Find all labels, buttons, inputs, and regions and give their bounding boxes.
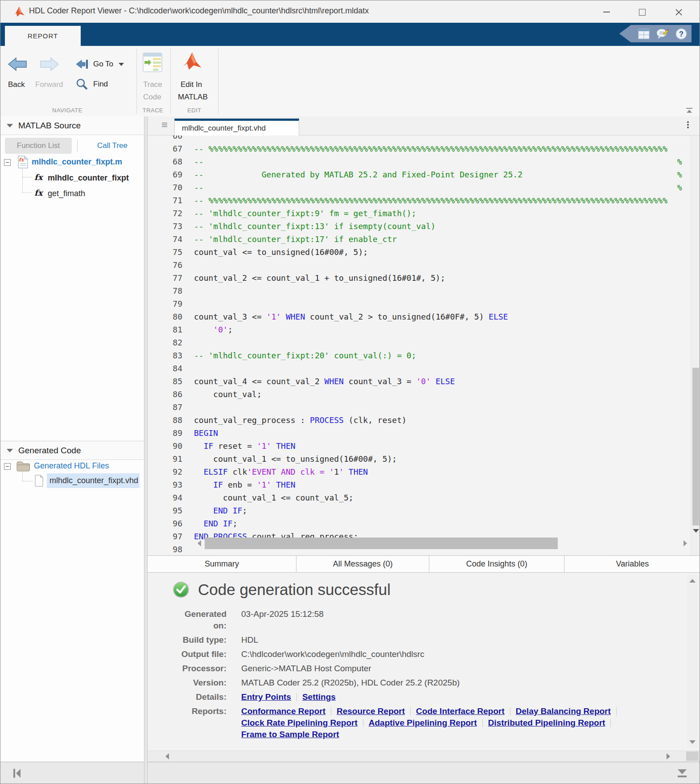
toolbar-separator (218, 49, 218, 114)
svg-text:fx: fx (19, 157, 25, 163)
tree-item-generated-hdl-files[interactable]: Generated HDL Files (34, 461, 109, 471)
collapse-toolstrip-icon (685, 107, 693, 114)
link-separator (482, 719, 483, 727)
tab-code-insights[interactable]: Code Insights (0) (429, 556, 564, 572)
ribbon-tab-report[interactable]: REPORT (5, 26, 81, 46)
code-horizontal-scrollbar[interactable] (148, 538, 691, 555)
scroll-right-icon[interactable] (667, 753, 670, 759)
toolbar-separator (170, 49, 171, 114)
code-vscroll-thumb[interactable] (692, 368, 699, 525)
generated-code-header[interactable]: Generated Code (0, 441, 144, 460)
summary-panel: Code generation successful Generated on:… (148, 573, 700, 751)
goto-label: Go To (93, 60, 113, 69)
tree-connector (22, 481, 33, 481)
section-navigate: NAVIGATE (27, 107, 107, 114)
panel-splitter[interactable] (144, 116, 148, 784)
file-icon (34, 475, 44, 487)
hdl-coder-report-viewer-window: HDL Coder Report Viewer - C:\hdlcoder\wo… (0, 0, 700, 784)
scroll-down-icon[interactable] (693, 529, 699, 533)
tree-item-source-file[interactable]: mlhdlc_counter_fixpt.m (32, 157, 122, 167)
tab-function-list[interactable]: Function List (5, 138, 72, 154)
maximize-button[interactable] (632, 7, 652, 17)
editor-tab-vhd[interactable]: mlhdlc_counter_fixpt.vhd (174, 119, 299, 135)
tree-item-generated-vhd-file[interactable]: mlhdlc_counter_fixpt.vhd (49, 476, 138, 485)
tree-connector (22, 169, 23, 192)
code-vertical-scrollbar[interactable] (691, 135, 700, 555)
summary-link[interactable]: Clock Rate Pipelining Report (241, 718, 358, 727)
tab-divider (77, 140, 78, 152)
collapse-toolstrip-button[interactable] (685, 107, 693, 115)
skip-to-bottom-icon[interactable] (676, 768, 688, 779)
summary-link[interactable]: Conformance Report (241, 706, 325, 716)
field-build-type: Build type: HDL (177, 634, 689, 646)
link-separator (331, 707, 331, 715)
link-separator (296, 693, 297, 701)
summary-link[interactable]: Distributed Pipelining Report (488, 718, 605, 727)
field-label: Generated on: (177, 608, 226, 632)
collapse-section-icon (7, 124, 13, 127)
summary-vertical-scrollbar[interactable] (687, 575, 698, 747)
tab-call-tree[interactable]: Call Tree (88, 138, 137, 154)
scroll-right-icon[interactable] (684, 540, 687, 546)
minimize-button[interactable] (596, 7, 617, 17)
back-icon (8, 57, 27, 72)
field-label: Details: (177, 691, 226, 703)
find-button[interactable]: Find (75, 78, 108, 90)
summary-link[interactable]: Frame to Sample Report (241, 730, 339, 739)
summary-link[interactable]: Adaptive Pipelining Report (369, 718, 477, 727)
skip-to-start-icon[interactable] (12, 768, 22, 779)
goto-icon (75, 58, 89, 70)
summary-link[interactable]: Entry Points (241, 692, 291, 702)
tree-connector (22, 472, 23, 481)
ribbon-band (0, 23, 700, 46)
scroll-up-icon[interactable] (689, 579, 696, 583)
tab-drag-handle-icon[interactable] (162, 122, 167, 128)
forward-button[interactable] (40, 57, 59, 74)
edit-in-matlab-button[interactable] (181, 51, 203, 73)
trace-code-button[interactable] (142, 52, 163, 74)
field-value: HDL (241, 634, 258, 646)
tree-expander[interactable] (4, 463, 11, 470)
matlab-source-header[interactable]: MATLAB Source (0, 116, 144, 135)
edit-in-matlab-label-2: MATLAB (178, 93, 208, 102)
feedback-comment-pencil-icon[interactable] (656, 28, 669, 40)
svg-text:?: ? (679, 30, 684, 38)
tab-summary[interactable]: Summary (148, 556, 296, 572)
link-separator (410, 707, 411, 715)
scroll-left-icon[interactable] (198, 540, 201, 546)
summary-horizontal-scrollbar[interactable] (148, 751, 700, 762)
summary-link[interactable]: Settings (302, 692, 336, 702)
trace-code-label-2: Code (143, 93, 161, 102)
field-output-file: Output file: C:\hdlcoder\work\codegen\ml… (177, 649, 689, 660)
tab-all-messages[interactable]: All Messages (0) (296, 556, 429, 572)
tree-item-function[interactable]: get_fimath (48, 189, 85, 198)
scroll-down-icon[interactable] (689, 740, 696, 744)
tab-variables[interactable]: Variables (564, 556, 700, 572)
field-details: Details: Entry PointsSettings (177, 691, 689, 703)
help-icon[interactable]: ? (675, 28, 687, 40)
back-button[interactable] (8, 57, 27, 74)
summary-link[interactable]: Resource Report (337, 706, 405, 716)
layout-grid-icon[interactable] (638, 29, 650, 39)
field-label: Version: (177, 677, 226, 689)
link-separator (363, 719, 363, 727)
close-button[interactable] (668, 7, 689, 17)
title-bar: HDL Coder Report Viewer - C:\hdlcoder\wo… (0, 0, 700, 23)
code-hscroll-thumb[interactable] (205, 538, 558, 549)
goto-button[interactable]: Go To (75, 58, 124, 70)
scroll-left-icon[interactable] (165, 753, 169, 759)
collapse-section-icon (7, 449, 13, 452)
summary-link[interactable]: Delay Balancing Report (516, 706, 611, 716)
reports-links: Conformance ReportResource ReportCode In… (241, 706, 629, 740)
tree-expander[interactable] (4, 159, 11, 166)
tab-overflow-menu-icon[interactable] (687, 120, 689, 129)
field-label: Processor: (177, 663, 226, 674)
field-label: Build type: (177, 634, 226, 646)
tree-item-function[interactable]: mlhdlc_counter_fixpt (48, 173, 129, 183)
summary-link[interactable]: Code Interface Report (416, 706, 504, 716)
find-label: Find (93, 80, 108, 89)
matlab-logo-icon (13, 5, 25, 18)
code-editor[interactable]: 6667-- %%%%%%%%%%%%%%%%%%%%%%%%%%%%%%%%%… (148, 135, 700, 555)
field-label: Output file: (177, 649, 226, 660)
tree-connector (22, 193, 32, 193)
